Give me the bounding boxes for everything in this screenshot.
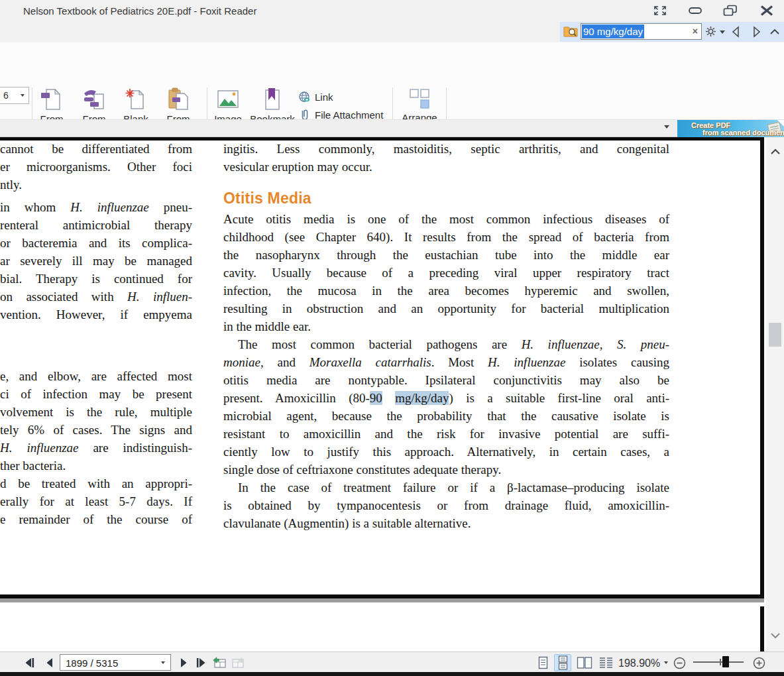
document-text-line: resistant to amoxicillin and the risk fo…: [223, 425, 669, 443]
text-segment: and: [264, 355, 309, 369]
page-border-right: [760, 137, 764, 598]
text-segment: pneu-: [149, 200, 192, 214]
restore-button[interactable]: [722, 3, 739, 18]
document-text-line: In the case of treatment failure or if a…: [223, 479, 669, 496]
facing-view-button[interactable]: [575, 654, 594, 671]
document-text-line: ciently low to justify this approach. Al…: [223, 443, 669, 461]
continuous-view-icon: [558, 655, 568, 670]
text-segment: on associated with: [0, 290, 127, 304]
collapse-search-button[interactable]: [769, 27, 781, 39]
italic-text-segment: S. pneu-: [617, 337, 669, 351]
text-segment: resistant to amoxicillin and the risk fo…: [223, 427, 669, 441]
scrollbar-thumb[interactable]: [769, 323, 781, 347]
italic-text-segment: Moraxella catarrhalis: [309, 355, 431, 369]
button-label: Link: [315, 91, 333, 103]
vertical-scrollbar[interactable]: [766, 137, 784, 651]
find-next-button[interactable]: [752, 25, 762, 41]
scroll-down-icon: [769, 632, 781, 640]
fullscreen-icon: [653, 5, 667, 17]
document-text-line: present. Amoxicillin (80-90 mg/kg/day) i…: [223, 389, 669, 407]
minimize-button[interactable]: [687, 3, 704, 18]
insert-link-button[interactable]: Link: [298, 89, 333, 105]
toolbar-overflow-dropdown-icon[interactable]: [664, 125, 669, 129]
document-text-line: vention. However, if empyema: [0, 306, 192, 323]
text-segment: clavulanate (Augmentin) is a suitable al…: [223, 516, 471, 530]
document-text-line: otitis media are nontypable. Ipsilateral…: [223, 371, 669, 389]
search-highlighted-text: 90: [370, 391, 382, 405]
text-segment: In the case of treatment failure or if a…: [238, 480, 669, 494]
open-search-button[interactable]: [563, 25, 578, 40]
next-page-icon: [178, 657, 189, 669]
pdf-left-column-top: cannot be differentiated fromer microorg…: [0, 140, 192, 194]
text-segment: The most common bacterial pathogens are: [238, 337, 522, 351]
pdf-left-column-bottom: e, and elbow, are affected mostci of inf…: [0, 367, 192, 528]
document-text-line: in whom H. influenzae pneu-: [0, 198, 192, 216]
text-segment: otitis media are nontypable. Ipsilateral…: [223, 373, 669, 387]
from-file-icon: [40, 87, 64, 111]
font-size-value: 6: [3, 90, 9, 101]
text-segment: tely 6% of cases. The signs and: [0, 423, 192, 437]
zoom-dropdown-icon[interactable]: [664, 661, 668, 664]
continuous-facing-view-icon: [598, 656, 614, 669]
text-segment: d be treated with an appropri-: [0, 477, 192, 490]
text-segment: ntly.: [0, 178, 22, 192]
text-segment: are indistinguish-: [78, 441, 192, 455]
document-text-line: in the middle ear.: [223, 317, 669, 335]
first-page-button[interactable]: [23, 655, 37, 670]
text-segment: isolates causing: [565, 355, 669, 369]
document-text-line: er microorganisms. Other foci: [0, 158, 192, 176]
text-segment: ar severely ill may be managed: [0, 254, 192, 268]
document-text-line: is obtained by tympanocentesis or from d…: [223, 496, 669, 514]
close-button[interactable]: [758, 3, 775, 18]
next-view-button[interactable]: [231, 655, 245, 670]
text-segment: er microorganisms. Other foci: [0, 160, 192, 174]
search-options-dropdown-icon[interactable]: [720, 30, 725, 34]
scrollbar-up-button[interactable]: [766, 143, 784, 160]
continuous-facing-view-button[interactable]: [596, 654, 615, 671]
from-scanner-icon: [82, 87, 106, 111]
document-text-line: ar severely ill may be managed: [0, 252, 192, 270]
single-page-view-button[interactable]: [535, 654, 550, 671]
zoom-out-button[interactable]: [672, 655, 687, 670]
document-text-line: vesicular eruption may occur.: [223, 158, 669, 176]
next-page-button[interactable]: [176, 655, 191, 670]
zoom-slider-handle[interactable]: [722, 656, 729, 667]
search-input[interactable]: 90 mg/kg/day ×: [581, 23, 702, 40]
document-text-line: on associated with H. influen-: [0, 288, 192, 306]
search-options-button[interactable]: [705, 26, 716, 40]
text-segment: e remainder of the course of: [0, 512, 192, 526]
zoom-level-value[interactable]: 198.90%: [618, 657, 660, 669]
last-page-button[interactable]: [194, 655, 208, 670]
text-segment: ci of infection may be present: [0, 387, 192, 401]
previous-page-button[interactable]: [42, 655, 57, 670]
italic-text-segment: moniae,: [223, 355, 264, 369]
zoom-in-button[interactable]: [752, 655, 766, 670]
search-icon: [563, 25, 578, 38]
scroll-up-icon: [769, 148, 781, 156]
clear-search-icon[interactable]: ×: [693, 26, 698, 36]
fullscreen-toggle-button[interactable]: [651, 3, 669, 18]
previous-view-button[interactable]: [212, 655, 227, 670]
find-next-icon: [752, 25, 762, 38]
document-text-line: childhood (see Chapter 640). It results …: [223, 228, 669, 246]
find-previous-button[interactable]: [730, 25, 741, 41]
text-segment: cavity. Usually because of a preceding v…: [223, 266, 669, 280]
document-text-line: Acute otitis media is one of the most co…: [223, 210, 669, 228]
chevron-up-icon: [769, 27, 781, 36]
italic-text-segment: H. influenzae: [70, 200, 149, 214]
page-number-combobox[interactable]: 1899 / 5315: [60, 654, 171, 671]
single-page-view-icon: [538, 656, 548, 669]
text-segment: present. Amoxicillin (80-: [223, 391, 370, 405]
scrollbar-down-button[interactable]: [766, 627, 784, 644]
text-segment: erally for at least 5-7 days. If: [0, 494, 192, 508]
section-heading-otitis-media: Otitis Media: [223, 190, 311, 207]
text-segment: ciently low to justify this approach. Al…: [223, 445, 669, 459]
document-text-line: cannot be differentiated from: [0, 140, 192, 158]
document-text-line: ther bacteria.: [0, 457, 192, 475]
combobox-dropdown-icon: [21, 94, 25, 97]
font-size-combobox[interactable]: 6: [0, 87, 29, 104]
create-pdf-banner[interactable]: Create PDF from scanned documents: [677, 120, 784, 137]
page-gap-shadow: [0, 598, 764, 602]
zoom-slider-track[interactable]: [693, 661, 744, 663]
continuous-view-button[interactable]: [554, 654, 571, 671]
